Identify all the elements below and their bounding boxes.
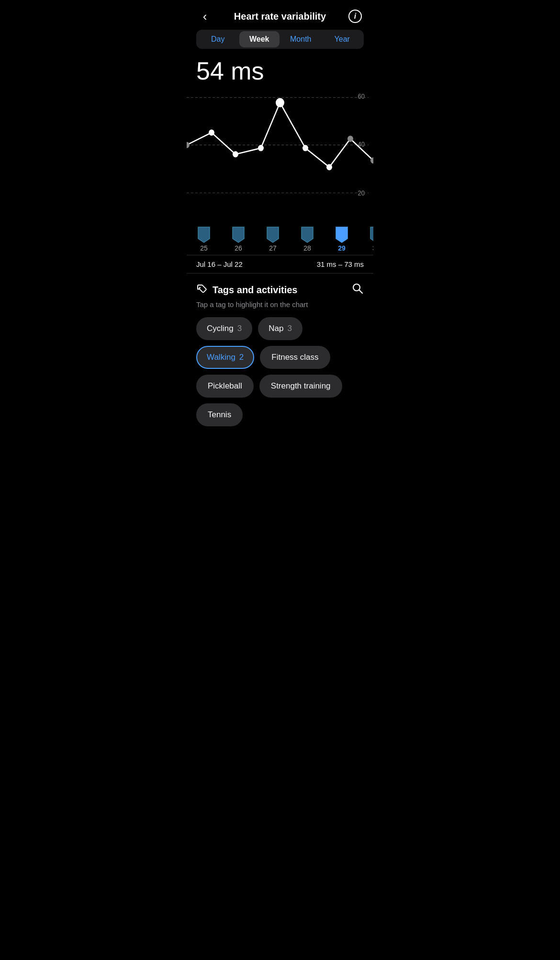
svg-point-12	[327, 165, 332, 170]
tag-item-27[interactable]: 27	[256, 226, 290, 252]
svg-point-10	[276, 99, 284, 107]
activity-tags: Cycling 3 Nap 3 Walking 2 Fitness class …	[196, 317, 364, 426]
svg-point-9	[258, 146, 263, 151]
tags-section: Tags and activities Tap a tag to highlig…	[187, 274, 373, 426]
svg-point-11	[303, 146, 308, 151]
chart-svg: 60 40 20	[187, 87, 373, 221]
svg-point-13	[348, 136, 353, 141]
tag-walking-count: 2	[239, 353, 244, 362]
tag-strip: 25 26 27 28 29 30 31	[187, 221, 373, 255]
tags-header-left: Tags and activities	[196, 283, 297, 297]
tag-nap-label: Nap	[269, 324, 283, 333]
tags-title: Tags and activities	[213, 285, 297, 296]
svg-point-14	[371, 158, 373, 163]
svg-text:20: 20	[358, 190, 365, 197]
tag-strength-training[interactable]: Strength training	[259, 375, 342, 398]
back-icon: ‹	[203, 10, 207, 23]
tag-cycling-count: 3	[237, 324, 242, 333]
chart-container: 60 40 20	[187, 87, 373, 221]
header: ‹ Heart rate variability i	[187, 0, 373, 30]
tab-week[interactable]: Week	[239, 31, 280, 47]
tab-day[interactable]: Day	[198, 31, 238, 47]
tag-pickleball-label: Pickleball	[208, 381, 242, 391]
svg-point-7	[209, 130, 214, 135]
svg-point-8	[233, 152, 238, 157]
date-range-start: Jul 16 – Jul 22	[196, 260, 243, 268]
tag-cycling[interactable]: Cycling 3	[196, 317, 252, 340]
search-button[interactable]	[351, 282, 364, 297]
tag-walking[interactable]: Walking 2	[196, 346, 254, 369]
tag-nap-count: 3	[287, 324, 291, 333]
back-button[interactable]: ‹	[196, 8, 213, 25]
tag-item-28[interactable]: 28	[290, 226, 325, 252]
info-icon: i	[348, 10, 362, 23]
hrv-value: 54 ms	[187, 57, 373, 85]
tag-walking-label: Walking	[207, 353, 235, 362]
tag-tennis[interactable]: Tennis	[196, 403, 243, 426]
tab-bar: Day Week Month Year	[196, 30, 364, 49]
svg-point-6	[187, 142, 189, 148]
svg-point-15	[199, 287, 201, 288]
tab-year[interactable]: Year	[322, 31, 363, 47]
date-range: Jul 16 – Jul 22 31 ms – 73 ms	[187, 255, 373, 274]
tag-item-29[interactable]: 29	[325, 226, 359, 252]
tag-nap[interactable]: Nap 3	[258, 317, 302, 340]
tags-subtitle: Tap a tag to highlight it on the chart	[196, 300, 364, 309]
tab-month[interactable]: Month	[280, 31, 321, 47]
tag-fitness-class[interactable]: Fitness class	[260, 346, 330, 369]
svg-text:60: 60	[358, 92, 365, 100]
tag-item-26[interactable]: 26	[221, 226, 256, 252]
svg-line-17	[359, 290, 363, 294]
info-button[interactable]: i	[347, 8, 364, 25]
tag-pickleball[interactable]: Pickleball	[196, 375, 254, 398]
tags-header: Tags and activities	[196, 282, 364, 297]
tag-tennis-label: Tennis	[208, 410, 231, 420]
tag-strength-training-label: Strength training	[271, 381, 331, 391]
tag-fitness-class-label: Fitness class	[271, 353, 318, 362]
date-range-values: 31 ms – 73 ms	[317, 260, 364, 268]
tag-item-30[interactable]: 30	[359, 226, 373, 252]
tag-label-icon	[196, 283, 208, 297]
tag-cycling-label: Cycling	[207, 324, 234, 333]
tag-item-25[interactable]: 25	[187, 226, 221, 252]
page-title: Heart rate variability	[213, 11, 347, 22]
